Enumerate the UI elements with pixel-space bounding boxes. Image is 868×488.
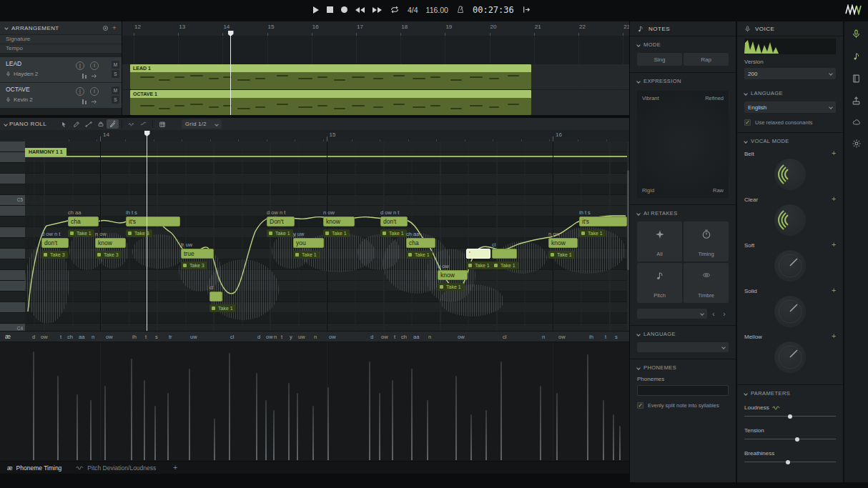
black-key[interactable]: [0, 216, 25, 227]
rap-mode-button[interactable]: Rap: [684, 53, 729, 66]
collapse-chevron-icon[interactable]: [4, 122, 8, 126]
white-key[interactable]: [0, 249, 25, 259]
take-chip[interactable]: Take 3: [181, 262, 207, 269]
take-chip[interactable]: Take 1: [548, 251, 575, 259]
black-key[interactable]: [0, 238, 25, 249]
take-chip[interactable]: Take 1: [209, 304, 236, 312]
phoneme-token[interactable]: aa: [413, 334, 419, 340]
library-icon[interactable]: [852, 74, 861, 84]
piano-roll-playhead[interactable]: [147, 131, 147, 331]
phoneme-token[interactable]: ow: [41, 334, 48, 340]
version-select[interactable]: 200: [744, 68, 836, 79]
voice-waveform-thumbnail[interactable]: [744, 39, 836, 54]
note[interactable]: cha: [406, 238, 435, 248]
black-key[interactable]: [0, 163, 25, 174]
phoneme-token[interactable]: t: [605, 334, 606, 340]
mute-button[interactable]: M: [112, 61, 119, 69]
mute-button[interactable]: M: [112, 86, 119, 94]
white-key[interactable]: [0, 227, 25, 238]
tab-pitch-deviation-loudness[interactable]: Pitch Deviation/Loudness: [69, 462, 163, 474]
parameter-slider[interactable]: [744, 413, 836, 420]
relaxed-consonants-checkbox[interactable]: ✓ Use relaxed consonants: [744, 119, 836, 126]
fast-forward-button[interactable]: [373, 7, 382, 13]
notes-panel-icon[interactable]: [852, 51, 861, 61]
add-vocal-mode-automation-button[interactable]: +: [832, 332, 836, 340]
clip-octave-1[interactable]: OCTAVE 1: [130, 90, 531, 115]
freehand-tool[interactable]: [137, 119, 149, 129]
phoneme-token[interactable]: d: [370, 334, 373, 340]
voice-language-header[interactable]: LANGUAGE: [737, 85, 843, 101]
metronome-icon[interactable]: [456, 5, 465, 14]
note[interactable]: know: [323, 216, 355, 226]
loop-button[interactable]: [390, 5, 400, 14]
white-key[interactable]: [0, 206, 25, 216]
note[interactable]: it's: [126, 216, 180, 226]
solo-button[interactable]: S: [112, 70, 119, 78]
track-octave[interactable]: OCTAVE Kevin 2 | i M S: [0, 83, 122, 108]
arrangement-options-icon[interactable]: [102, 25, 109, 31]
track-toggle-icon[interactable]: |: [76, 87, 84, 96]
pencil-tool[interactable]: [70, 119, 82, 129]
take-chip[interactable]: Take 1: [267, 229, 293, 237]
add-vocal-mode-automation-button[interactable]: +: [832, 195, 836, 203]
black-key[interactable]: [0, 313, 25, 324]
record-button[interactable]: [341, 6, 347, 13]
tempo-row[interactable]: Tempo: [0, 44, 122, 53]
next-take-button[interactable]: ›: [720, 310, 729, 318]
vocal-mode-knob[interactable]: [774, 296, 806, 327]
add-vocal-mode-automation-button[interactable]: +: [832, 241, 836, 249]
note[interactable]: you: [293, 238, 324, 248]
retake-all-button[interactable]: All: [637, 221, 682, 262]
track-info-icon[interactable]: i: [90, 61, 99, 70]
parameter-slider[interactable]: [744, 436, 836, 443]
parameter-slider[interactable]: [744, 459, 836, 466]
phoneme-token[interactable]: d: [32, 334, 35, 340]
solo-button[interactable]: S: [112, 96, 119, 104]
arrangement-timeline[interactable]: 121314151617181920212223 LEAD 1OCTAVE 1: [122, 21, 629, 115]
arrangement-ruler[interactable]: 121314151617181920212223: [122, 21, 629, 36]
vertical-scrollbar[interactable]: [627, 141, 629, 331]
note[interactable]: it's: [579, 216, 627, 226]
phoneme-token[interactable]: y: [290, 334, 292, 340]
track-lane[interactable]: LEAD 1: [122, 64, 629, 89]
white-key[interactable]: [0, 174, 25, 184]
split-syllables-checkbox[interactable]: ✓ Evenly split note into syllables: [637, 402, 729, 409]
phoneme-token[interactable]: n: [428, 334, 431, 340]
track-info-icon[interactable]: i: [90, 87, 99, 96]
clip-lead-1[interactable]: LEAD 1: [130, 64, 531, 89]
phoneme-token[interactable]: uw: [298, 334, 305, 340]
note-language-select[interactable]: [637, 342, 729, 352]
language-section-header[interactable]: LANGUAGE: [630, 326, 736, 342]
phoneme-token[interactable]: ow: [381, 334, 388, 340]
voice-language-select[interactable]: English: [744, 101, 836, 113]
rewind-button[interactable]: [355, 7, 365, 13]
slider-thumb[interactable]: [786, 460, 790, 464]
phoneme-token[interactable]: ih: [589, 334, 593, 340]
track-lead[interactable]: LEAD Hayden 2 | i M S: [0, 57, 122, 82]
pitch-pen-tool[interactable]: [107, 119, 119, 129]
note[interactable]: don't: [380, 216, 408, 226]
phoneme-token[interactable]: aa: [79, 334, 84, 340]
prev-take-button[interactable]: ‹: [709, 310, 718, 318]
take-select[interactable]: [637, 309, 707, 319]
vibrato-tool[interactable]: [125, 119, 137, 129]
white-key[interactable]: C4: [0, 324, 25, 331]
time-display[interactable]: 00:27:36: [473, 5, 514, 15]
time-signature[interactable]: 4/4: [408, 6, 418, 14]
take-chip[interactable]: Take 1: [579, 229, 606, 237]
phoneme-token[interactable]: uw: [190, 334, 197, 340]
track-toggle-icon[interactable]: |: [76, 61, 84, 70]
vocal-mode-knob[interactable]: [774, 342, 806, 373]
phoneme-token[interactable]: n: [274, 334, 277, 340]
ai-retakes-section-header[interactable]: AI RETAKES: [630, 205, 736, 221]
stop-button[interactable]: [327, 6, 333, 13]
note[interactable]: know: [548, 238, 578, 248]
arrangement-playhead[interactable]: [230, 31, 231, 115]
phoneme-token[interactable]: ow: [558, 334, 566, 340]
phoneme-token[interactable]: ch: [67, 334, 73, 340]
phonemes-section-header[interactable]: PHONEMES: [630, 359, 736, 376]
grid-select[interactable]: Grid 1/2: [182, 119, 222, 129]
vocal-mode-header[interactable]: VOCAL MODE: [737, 133, 843, 149]
white-key[interactable]: C5: [0, 195, 25, 206]
take-chip[interactable]: Take 3: [41, 251, 68, 259]
